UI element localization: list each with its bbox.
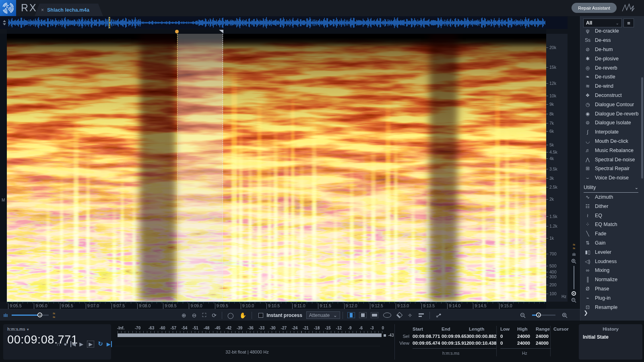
sel-end[interactable]: 00:09:09.653 [442,334,469,339]
module-item[interactable]: ◎ De-reverb [580,63,642,72]
module-item[interactable]: ⁘ EQ Match [580,220,642,229]
module-item[interactable]: ⋀ Spectral De-noise [580,155,642,164]
record-button[interactable]: ● [64,341,67,347]
module-item[interactable]: ⊘ De-hum [580,45,642,54]
time-selection-tool[interactable] [347,312,355,318]
blend-slider[interactable] [12,315,49,316]
module-item[interactable]: ⌁ Plug-in [580,293,642,302]
module-item[interactable]: ψ De-crackle [580,27,642,36]
module-item[interactable]: ≀ EQ [580,211,642,220]
module-item[interactable]: ╲ Fade [580,229,642,239]
waveform-overview[interactable] [0,16,568,29]
adjust-lists-icon[interactable] [419,313,424,317]
module-item[interactable]: ≋ De-wind [580,82,642,91]
zoom-reset-icon[interactable]: ⟳ [212,312,217,319]
loop-button[interactable]: ↻ [98,340,103,348]
monitor-icon[interactable]: ∩ [56,341,60,347]
play-selection-button[interactable]: ▶ [87,341,94,348]
repair-assistant-button[interactable]: Repair Assistant [572,3,617,13]
module-item[interactable]: ⇅ Gain [580,239,642,248]
selection-start-handle[interactable] [175,30,179,33]
magic-wand-tool[interactable]: ✧ [408,312,413,319]
sel-range[interactable]: 24000 [536,334,549,339]
module-item[interactable]: ◷ Dialogue Contour [580,100,642,109]
module-item[interactable]: ⊞ Spectral Repair [580,164,642,173]
module-item[interactable]: Ø Phase [580,284,642,294]
module-item[interactable]: ✱ De-plosive [580,54,642,63]
view-end[interactable]: 00:09:15.912 [442,341,469,346]
selection-end-handle[interactable] [219,30,223,33]
module-item[interactable]: ║ Normalize [580,275,642,284]
view-high[interactable]: 24000 [517,341,530,346]
waveform-blend-icon[interactable]: ıılıı [3,313,8,318]
vertical-zoom-knob[interactable] [572,291,576,296]
time-frequency-selection-tool[interactable] [359,312,367,318]
return-to-start-button[interactable]: ◀ [70,341,76,347]
tab-close-icon[interactable]: × [41,7,44,13]
horizontal-zoom-in-icon[interactable] [562,313,568,318]
vertical-zoom-in-icon[interactable] [571,259,576,264]
view-low[interactable]: 0 [500,341,503,346]
module-item[interactable]: ⊜ Dialogue Isolate [580,118,642,128]
sel-high[interactable]: 24000 [517,334,530,339]
sel-low[interactable]: 0 [500,334,503,339]
signal-chain-icon[interactable]: ⊶ [434,311,443,320]
time-selection-region[interactable] [177,34,223,302]
history-entry[interactable]: Initial State [579,331,642,340]
zoom-to-selection-icon[interactable]: ⛶ [202,312,206,319]
module-item[interactable]: ◡ Mouth De-click [580,137,642,146]
module-item[interactable]: ◉ Dialogue De-reverb [580,109,642,118]
sidebar-scrollbar[interactable] [641,77,643,179]
spectrogram[interactable] [7,34,546,302]
play-button[interactable]: ▶ [79,341,83,347]
lasso-selection-tool[interactable] [383,313,391,318]
module-item[interactable]: ∞ Mixing [580,266,642,275]
module-item[interactable]: ∿ Azimuth [580,193,642,202]
spectrogram-blend-icon[interactable]: ≈≈ [53,312,55,319]
utility-section-header[interactable]: Utility ⌄ [584,183,638,193]
vertical-zoom-slider[interactable] [574,266,574,289]
loupe-tool-icon[interactable]: ◯ [227,312,234,319]
view-length[interactable]: 00:00:10.438 [469,341,496,346]
overview-waveform-area[interactable] [8,16,547,29]
overview-resize-icon[interactable] [2,18,7,28]
waveform-view-icon[interactable]: ıılıı [572,252,575,257]
horizontal-zoom-slider[interactable] [532,315,555,316]
sel-start[interactable]: 00:09:08.771 [413,334,440,339]
horizontal-zoom-out-icon[interactable] [520,313,526,318]
hand-tool-icon[interactable]: ✋ [239,312,246,319]
frequency-selection-tool[interactable] [371,312,378,318]
blend-slider-knob[interactable] [37,313,42,317]
time-ruler[interactable]: 9:05.59:06.09:06.59:07.09:07.59:08.09:08… [7,302,546,309]
time-format-selector[interactable]: h:m:s.ms ▼ [7,327,107,331]
brush-selection-tool[interactable] [396,312,403,319]
module-filter-dropdown[interactable]: All ⌄ [583,19,622,27]
signature-scribble-icon[interactable] [621,3,635,14]
module-item[interactable]: ☷ Dither [580,202,642,211]
module-item[interactable]: Ss De-ess [580,36,642,45]
horizontal-zoom-knob[interactable] [536,313,541,317]
module-item[interactable]: ⊡ Resample [580,302,642,312]
module-item[interactable]: ❖ Deconstruct [580,91,642,100]
zoom-in-time-icon[interactable]: ⊕ [182,312,186,319]
view-start[interactable]: 00:09:05.474 [413,341,440,346]
sel-length[interactable]: 00:00:00.882 [469,334,496,339]
module-item[interactable]: ♬ Music Rebalance [580,146,642,155]
frequency-ruler[interactable]: 20k15k12k10k9k8k7k6k5k4.5k4k3.5k3k2.5k2k… [546,34,568,302]
playhead-line[interactable] [177,34,178,302]
view-range[interactable]: 24000 [536,341,549,346]
zoom-out-time-icon[interactable]: ⊖ [192,312,197,319]
file-tab[interactable]: × Shlach lecha.m4a [35,4,103,16]
sidebar-expand-chevron[interactable]: ❯ [584,310,588,316]
module-item[interactable]: ◁) Loudness [580,257,642,266]
vertical-zoom-out-icon[interactable] [571,298,576,303]
level-meter[interactable]: -Inf.-70-63-60-57-54-51-48-45-42-39-36-3… [114,324,392,360]
play-to-end-button[interactable]: ▶ [107,341,112,347]
module-item[interactable]: ⌣ Voice De-noise [580,173,642,183]
selection-handle-strip[interactable] [7,29,546,34]
module-item[interactable]: ▮▯ Leveler [580,247,642,257]
instant-process-checkbox[interactable] [258,313,263,318]
izotope-logo[interactable] [0,0,16,16]
process-mode-dropdown[interactable]: Attenuate ⌄ [306,311,340,319]
spectrogram-view-icon[interactable]: ≈≈ [573,243,575,250]
